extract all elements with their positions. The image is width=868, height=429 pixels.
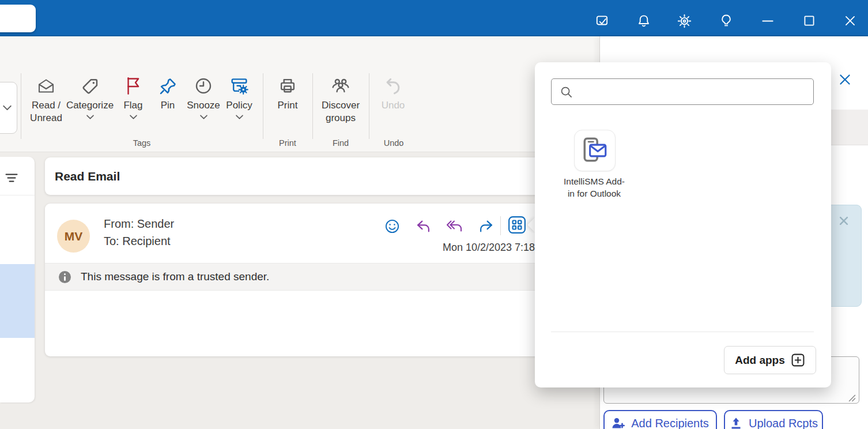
- ribbon-button-snooze[interactable]: Snooze: [185, 73, 222, 119]
- ribbon-button-label: Snooze: [187, 99, 220, 112]
- minimize-button[interactable]: [760, 13, 776, 29]
- my-day-tasks-button[interactable]: [594, 13, 610, 29]
- email-date: Mon 10/2/2023 7:18: [443, 242, 535, 254]
- ribbon-button-label: Categorize: [66, 99, 114, 112]
- ribbon-button-label: Read / Unread: [24, 99, 68, 125]
- email-to: To: Recipient: [104, 235, 171, 248]
- message-body: [45, 291, 594, 356]
- phone-mail-icon: [580, 136, 609, 165]
- chevron-down-icon: [3, 105, 12, 111]
- ribbon-button-categorize[interactable]: Categorize: [63, 73, 116, 119]
- minimize-icon: [760, 13, 775, 28]
- email-from: From: Sender: [104, 217, 174, 231]
- upload-recipients-button[interactable]: Upload Rcpts: [724, 410, 823, 429]
- titlebar: [0, 0, 868, 36]
- page-title: Read Email: [55, 170, 120, 183]
- app-tile-intellisms[interactable]: [574, 130, 616, 171]
- lightbulb-icon: [719, 13, 734, 28]
- add-recipients-button[interactable]: Add Recipients: [603, 410, 717, 429]
- add-square-icon: [791, 353, 805, 367]
- apps-flyout: IntelliSMS Add-in for Outlook Add apps: [535, 62, 831, 387]
- apps-grid-icon: [508, 216, 526, 234]
- apps-button[interactable]: [508, 216, 526, 234]
- content-area: Read Email MV From: Sender To: Recipient: [0, 152, 599, 429]
- add-apps-label: Add apps: [735, 354, 785, 367]
- divider: [551, 332, 814, 332]
- chevron-down-icon: [236, 115, 243, 119]
- ribbon-button-undo[interactable]: Undo: [375, 73, 412, 112]
- people-icon: [331, 73, 350, 99]
- ribbon-button-flag[interactable]: Flag: [115, 73, 152, 119]
- reply-all-icon: [446, 219, 462, 234]
- alert-close-button[interactable]: [839, 216, 850, 226]
- ribbon-button-print[interactable]: Print: [269, 73, 306, 112]
- ribbon-group-divider: [21, 73, 21, 139]
- trusted-sender-text: This message is from a trusted sender.: [81, 270, 269, 283]
- close-icon: [843, 13, 858, 28]
- tasks-icon: [595, 13, 610, 28]
- pane-close-button[interactable]: [837, 72, 852, 87]
- upload-icon: [729, 416, 743, 429]
- ribbon-group-label-print: Print: [263, 138, 312, 148]
- tag-icon: [81, 73, 99, 99]
- info-icon: [59, 271, 71, 283]
- ribbon-button-label: Undo: [382, 99, 405, 112]
- reading-pane-header: Read Email: [45, 157, 594, 195]
- reply-icon: [416, 219, 431, 234]
- ribbon-button-pin[interactable]: Pin: [150, 73, 185, 112]
- forward-button[interactable]: [478, 218, 494, 234]
- trusted-sender-bar: This message is from a trusted sender.: [45, 263, 594, 291]
- tips-button[interactable]: [718, 13, 734, 29]
- ribbon-button-discover-groups[interactable]: Discover groups: [316, 73, 365, 125]
- ribbon-button-policy[interactable]: Policy: [222, 73, 256, 119]
- bell-icon: [636, 13, 651, 28]
- ribbon-overflow-button[interactable]: [0, 82, 17, 134]
- search-icon: [560, 85, 573, 99]
- printer-icon: [278, 73, 297, 99]
- ribbon-button-label: Pin: [161, 99, 175, 112]
- close-icon: [837, 72, 852, 87]
- clock-icon: [194, 73, 213, 99]
- outlook-window: Read / Unread Categorize Flag Pin: [0, 0, 868, 429]
- selected-message-list-item[interactable]: [0, 264, 35, 338]
- close-icon: [839, 216, 848, 225]
- ribbon-group-divider: [369, 73, 369, 139]
- close-window-button[interactable]: [842, 13, 858, 29]
- pin-icon: [159, 73, 177, 99]
- upload-recipients-label: Upload Rcpts: [749, 417, 818, 429]
- apps-search-input[interactable]: [578, 79, 809, 104]
- add-apps-button[interactable]: Add apps: [724, 346, 816, 374]
- ribbon-button-label: Policy: [226, 99, 252, 112]
- maximize-button[interactable]: [801, 13, 817, 29]
- notifications-button[interactable]: [636, 13, 652, 29]
- filter-button[interactable]: [5, 171, 21, 185]
- reactions-button[interactable]: [384, 218, 400, 234]
- undo-arrow-icon: [384, 73, 402, 99]
- ribbon: Read / Unread Categorize Flag Pin: [0, 36, 599, 152]
- chevron-down-icon: [130, 115, 137, 119]
- smiley-icon: [384, 219, 400, 234]
- gear-icon: [677, 13, 692, 29]
- ribbon-group-label-undo: Undo: [369, 138, 418, 148]
- divider: [0, 195, 35, 195]
- mail-read-icon: [36, 73, 56, 99]
- flag-icon: [125, 73, 141, 99]
- ribbon-button-label: Print: [278, 99, 298, 112]
- policy-box-gear-icon: [230, 73, 248, 99]
- ribbon-button-label: Flag: [123, 99, 142, 112]
- ribbon-group-divider: [263, 73, 263, 139]
- avatar[interactable]: MV: [57, 220, 90, 253]
- add-recipients-label: Add Recipients: [631, 417, 709, 429]
- ribbon-button-read-unread[interactable]: Read / Unread: [24, 73, 68, 125]
- settings-button[interactable]: [676, 13, 692, 29]
- ribbon-group-divider: [312, 73, 313, 139]
- ribbon-group-label-find: Find: [312, 138, 369, 148]
- email-message-card: MV From: Sender To: Recipient Mon 10/2/2…: [45, 204, 594, 356]
- reply-button[interactable]: [415, 218, 431, 234]
- app-tile-label[interactable]: IntelliSMS Add-in for Outlook: [561, 175, 627, 200]
- titlebar-search-box[interactable]: [0, 5, 36, 32]
- maximize-icon: [802, 13, 817, 28]
- chevron-down-icon: [86, 115, 94, 119]
- reply-all-button[interactable]: [446, 218, 462, 234]
- ribbon-group-label-tags: Tags: [21, 138, 263, 148]
